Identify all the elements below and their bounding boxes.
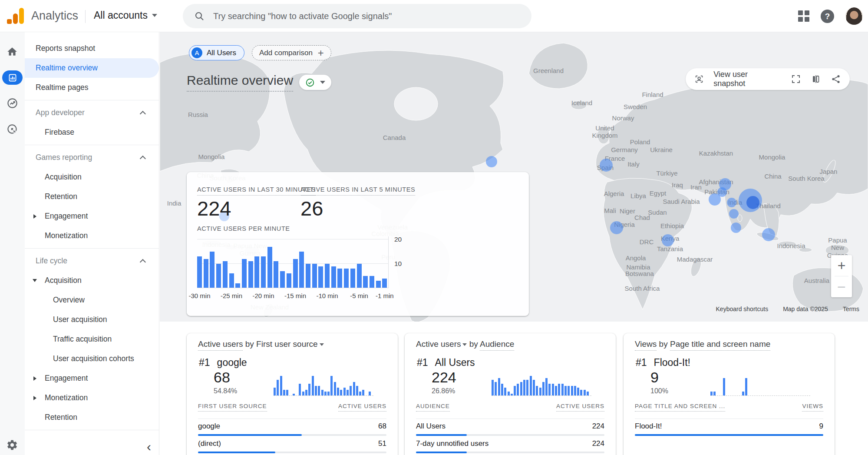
- chevron-down-icon: [152, 14, 157, 17]
- card-header-part: by: [467, 339, 480, 349]
- top-item-value: 9: [650, 369, 659, 386]
- sidebar-item-retention[interactable]: Retention: [25, 408, 159, 427]
- sidebar-item-firebase[interactable]: Firebase: [25, 123, 159, 142]
- map-zoom-out-button[interactable]: −: [831, 276, 852, 297]
- table-col1-header[interactable]: PAGE TITLE AND SCREEN ...: [635, 403, 725, 412]
- sidebar-item-label: Reports snapshot: [36, 44, 95, 53]
- sparkline-chart: [710, 375, 810, 396]
- card-header-part[interactable]: Audience: [480, 339, 514, 351]
- active-user-dot: [746, 196, 759, 209]
- report-status-pill[interactable]: [299, 75, 331, 90]
- top-item-line: #1Flood-It!: [636, 357, 690, 369]
- advertising-icon[interactable]: [6, 123, 19, 136]
- sidebar-item-retention[interactable]: Retention: [25, 187, 159, 206]
- table-col2-header[interactable]: ACTIVE USERS: [556, 403, 604, 412]
- sidebar-item-realtime-overview[interactable]: Realtime overview: [25, 58, 159, 78]
- sidebar-section-games-reporting[interactable]: Games reporting: [25, 148, 159, 167]
- all-users-chip[interactable]: A All Users: [189, 45, 244, 60]
- sidebar-item-user-acquisition[interactable]: User acquisition: [25, 310, 159, 329]
- sidebar-section-life-cycle[interactable]: Life cycle: [25, 251, 159, 271]
- home-icon[interactable]: [6, 45, 19, 58]
- table-col1-header[interactable]: FIRST USER SOURCE: [198, 403, 267, 412]
- reports-icon-selected[interactable]: [2, 70, 23, 85]
- sidebar-item-label: Monetization: [45, 231, 88, 240]
- card-header-part[interactable]: Active users: [198, 339, 243, 351]
- share-icon[interactable]: [831, 74, 841, 84]
- active-users-5min-label: ACTIVE USERS IN LAST 5 MINUTES: [300, 186, 415, 196]
- chart-bar: [267, 247, 272, 288]
- sidebar-item-realtime-pages[interactable]: Realtime pages: [25, 78, 159, 97]
- analytics-logo-icon[interactable]: [7, 7, 25, 25]
- sidebar-section-app-developer[interactable]: App developer: [25, 103, 159, 123]
- map-zoom-in-button[interactable]: +: [831, 255, 852, 276]
- card-header-part[interactable]: First user source: [256, 339, 317, 349]
- table-col2-header[interactable]: ACTIVE USERS: [338, 403, 386, 412]
- sidebar-item-acquisition[interactable]: Acquisition: [25, 271, 159, 290]
- sparkline-bar: [530, 376, 532, 395]
- sidebar-item-overview[interactable]: Overview: [25, 290, 159, 310]
- bar-chart-icon: [7, 73, 18, 83]
- check-circle-icon: [305, 78, 315, 87]
- admin-gear-icon[interactable]: [6, 438, 19, 452]
- view-user-snapshot-button[interactable]: View user snapshot: [713, 70, 772, 88]
- sidebar-item-engagement[interactable]: Engagement: [25, 206, 159, 226]
- sidebar-item-user-acquisition-cohorts[interactable]: User acquisition cohorts: [25, 349, 159, 369]
- map-country-label: Poland: [630, 138, 650, 146]
- map-attribution: Keyboard shortcuts Map data ©2025 Terms: [716, 306, 859, 312]
- chart-bar: [229, 273, 234, 288]
- sparkline-bar: [347, 390, 349, 396]
- sidebar-item-label: Retention: [45, 192, 77, 201]
- sidebar-item-monetization[interactable]: Monetization: [25, 388, 159, 408]
- user-avatar[interactable]: [845, 7, 863, 25]
- account-selector[interactable]: All accounts: [94, 10, 157, 21]
- chart-bar: [344, 269, 349, 288]
- top-app-bar: Analytics All accounts ?: [0, 0, 868, 32]
- table-col2-header[interactable]: VIEWS: [802, 403, 823, 412]
- search-input[interactable]: [213, 11, 508, 21]
- sparkline-bar: [552, 384, 554, 395]
- active-user-dot: [729, 209, 739, 219]
- map-country-label: Canada: [383, 134, 406, 141]
- search-bar[interactable]: [183, 4, 531, 28]
- sidebar-item-traffic-acquisition[interactable]: Traffic acquisition: [25, 329, 159, 349]
- sparkline-bar: [745, 378, 747, 396]
- sparkline-chart: [492, 375, 591, 396]
- active-users-30min-label: ACTIVE USERS IN LAST 30 MINUTES: [197, 186, 316, 196]
- chevron-right-icon: [33, 396, 36, 400]
- explore-icon[interactable]: [6, 96, 19, 110]
- card-header-part[interactable]: Active users: [416, 339, 461, 349]
- map-country-label: Mongolia: [198, 153, 225, 160]
- map-country-label: Angola: [626, 254, 646, 262]
- collapse-sidebar-button[interactable]: ‹: [147, 439, 151, 454]
- sparkline-bar: [587, 392, 589, 395]
- sparkline-baseline: [492, 395, 591, 396]
- keyboard-shortcuts-link[interactable]: Keyboard shortcuts: [716, 306, 769, 312]
- sidebar-item-acquisition[interactable]: Acquisition: [25, 167, 159, 187]
- summary-card: Views by Page title and screen name#1Flo…: [624, 333, 835, 455]
- help-icon[interactable]: ?: [821, 10, 834, 23]
- table-row-name: Flood-It!: [635, 422, 662, 431]
- card-header-part[interactable]: Views: [635, 339, 657, 351]
- card-header-part[interactable]: Page title and screen name: [670, 339, 770, 351]
- apps-grid-icon[interactable]: [798, 10, 809, 22]
- add-comparison-chip[interactable]: Add comparison +: [252, 45, 331, 60]
- sidebar-item-label: Traffic acquisition: [53, 335, 112, 344]
- table-row-bar-track: [635, 434, 823, 436]
- x-axis-tick-label: -30 min: [188, 292, 210, 299]
- summary-card: Active users by First user source#1googl…: [187, 333, 398, 455]
- map-terms-link[interactable]: Terms: [843, 306, 859, 312]
- sidebar-item-monetization[interactable]: Monetization: [25, 226, 159, 246]
- sidebar-item-engagement[interactable]: Engagement: [25, 369, 159, 388]
- table-col1-header[interactable]: AUDIENCE: [416, 403, 450, 412]
- map-country-label: Madagascar: [677, 256, 713, 263]
- chart-bar: [280, 271, 285, 288]
- fullscreen-icon[interactable]: [791, 74, 801, 84]
- left-icon-rail: [0, 32, 25, 455]
- sparkline-bar: [504, 388, 506, 395]
- compare-columns-icon[interactable]: [811, 74, 821, 84]
- chevron-down-icon[interactable]: [462, 343, 467, 346]
- map-country-label: Saudi Arabia: [663, 198, 700, 205]
- chevron-down-icon[interactable]: [320, 343, 324, 346]
- sidebar-item-reports-snapshot[interactable]: Reports snapshot: [25, 39, 159, 58]
- comparison-chips: A All Users Add comparison +: [189, 45, 331, 60]
